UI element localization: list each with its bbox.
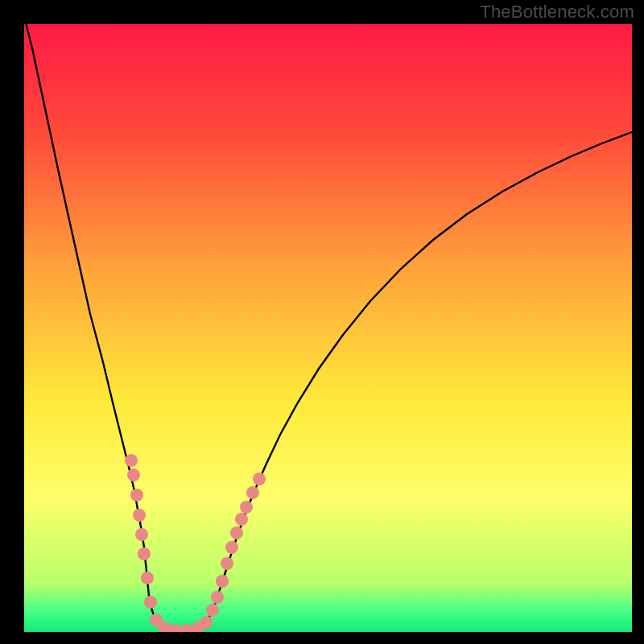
data-marker bbox=[200, 616, 213, 629]
frame-left bbox=[0, 0, 24, 644]
data-marker bbox=[138, 547, 151, 560]
data-marker bbox=[130, 489, 143, 502]
data-marker bbox=[211, 591, 224, 604]
data-marker bbox=[133, 509, 146, 522]
data-marker bbox=[141, 572, 154, 584]
data-marker bbox=[206, 604, 219, 617]
frame-right bbox=[632, 0, 644, 644]
bottleneck-chart bbox=[0, 0, 644, 644]
data-marker bbox=[230, 526, 243, 539]
data-marker bbox=[221, 557, 233, 570]
data-marker bbox=[235, 513, 248, 526]
data-marker bbox=[240, 501, 253, 514]
data-marker bbox=[225, 541, 238, 554]
watermark-text: TheBottleneck.com bbox=[480, 2, 634, 23]
frame-bottom bbox=[0, 632, 644, 644]
data-marker bbox=[135, 528, 148, 541]
data-marker bbox=[125, 454, 138, 467]
data-marker bbox=[127, 469, 140, 481]
gradient-background bbox=[24, 24, 632, 632]
data-marker bbox=[253, 473, 266, 485]
data-marker bbox=[246, 486, 259, 499]
data-marker bbox=[144, 596, 157, 609]
data-marker bbox=[216, 575, 229, 588]
chart-frame: TheBottleneck.com bbox=[0, 0, 644, 644]
